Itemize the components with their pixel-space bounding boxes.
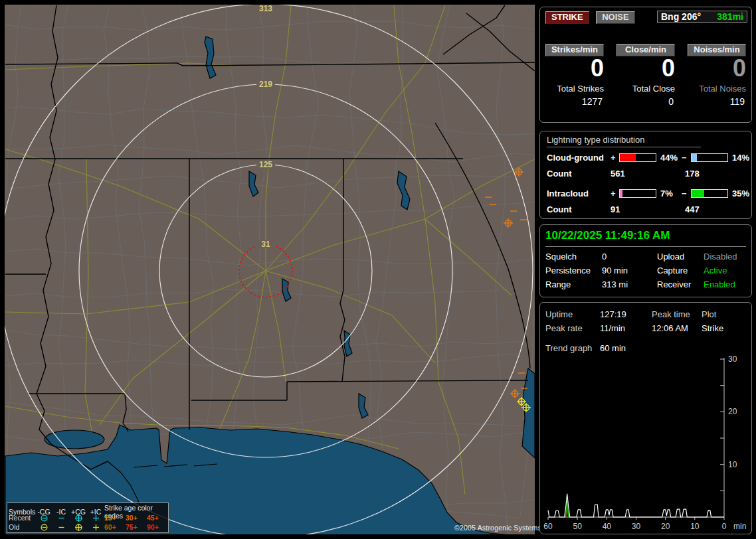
trend-graph-value: 60 min <box>600 343 746 353</box>
noises-per-min-column: Noises/min 0 Total Noises 119 <box>688 44 746 107</box>
legend-row-recent-label: Recent <box>9 514 35 522</box>
range-label: Range <box>545 279 602 289</box>
age-code-30: 30+ <box>126 514 147 522</box>
distribution-title: Lightning type distribution <box>547 135 701 147</box>
noises-per-min-value: 0 <box>688 55 746 82</box>
cg-positive-bar <box>619 153 656 162</box>
cg-negative-count: 178 <box>685 169 745 179</box>
range-ring-label-31: 31 <box>261 240 270 249</box>
range-ring-label-125: 125 <box>259 160 272 169</box>
legend-row-old-label: Old <box>9 523 35 531</box>
cg-negative-bar <box>691 153 728 162</box>
bearing-display: Bng 206° 381mi <box>657 11 747 23</box>
minus-icon <box>52 523 70 532</box>
peak-rate-label: Peak rate <box>545 323 600 333</box>
noise-toggle-button[interactable]: NOISE <box>596 11 634 24</box>
svg-text:20: 20 <box>728 407 737 416</box>
ic-negative-bar <box>691 189 728 198</box>
copyright-text: ©2005 Astrogenic Systems <box>454 524 541 532</box>
close-per-min-value: 0 <box>616 55 675 82</box>
total-close-label: Total Close <box>616 84 675 94</box>
age-code-75: 75+ <box>126 523 147 531</box>
bearing-range-value: 381mi <box>717 11 743 23</box>
cg-positive-count: 561 <box>611 169 685 179</box>
lightning-distribution-panel: Lightning type distribution Cloud-ground… <box>539 131 752 219</box>
circle-plus-icon <box>70 523 87 532</box>
map-legend: Symbols -CG -IC +CG +IC Strike age color… <box>7 502 169 533</box>
range-ring-label-219: 219 <box>259 80 272 89</box>
cg-positive-percent: 44% <box>658 153 682 163</box>
close-per-min-column: Close/min 0 Total Close 0 <box>616 44 675 107</box>
count-label: Count <box>547 169 611 179</box>
squelch-value: 0 <box>602 252 657 262</box>
peak-time-label: Peak time <box>652 309 702 319</box>
lightning-map[interactable]: 31125219313 <box>5 5 535 534</box>
datetime-display: 10/22/2025 11:49:16 AM <box>545 228 746 247</box>
svg-text:60: 60 <box>543 522 553 531</box>
minus-sign: − <box>682 189 691 198</box>
svg-text:40: 40 <box>603 522 612 531</box>
circle-plus-icon <box>70 514 87 522</box>
ic-positive-percent: 7% <box>658 189 682 198</box>
total-strikes-value: 1277 <box>545 96 604 107</box>
counters-panel: STRIKE NOISE Bng 206° 381mi Strikes/min … <box>539 7 752 123</box>
age-code-60: 60+ <box>104 523 126 531</box>
ic-negative-percent: 35% <box>729 189 749 198</box>
svg-text:0: 0 <box>722 522 727 531</box>
upload-label: Upload <box>657 252 704 262</box>
plus-sign: + <box>611 189 619 198</box>
capture-status: Active <box>704 266 746 275</box>
upload-status: Disabled <box>704 252 746 262</box>
capture-label: Capture <box>657 266 704 275</box>
count-label: Count <box>547 204 611 214</box>
total-noises-value: 119 <box>688 96 746 107</box>
age-code-90: 90+ <box>147 523 169 531</box>
plot-label: Plot <box>702 309 746 319</box>
ic-positive-bar <box>619 189 656 198</box>
total-noises-label: Total Noises <box>688 84 746 94</box>
cloud-ground-label: Cloud-ground <box>547 153 611 163</box>
stats-trend-panel: Uptime 127:19 Peak time Plot Peak rate 1… <box>539 302 752 534</box>
trend-graph-label: Trend graph <box>545 343 600 353</box>
receiver-status: Enabled <box>704 279 746 289</box>
uptime-value: 127:19 <box>600 309 652 319</box>
svg-text:30: 30 <box>632 522 641 531</box>
strike-toggle-button[interactable]: STRIKE <box>545 11 589 24</box>
app-window: 31125219313 Symbols -CG -IC +CG +IC Stri… <box>0 0 756 539</box>
svg-text:20: 20 <box>661 522 670 531</box>
svg-text:10: 10 <box>728 460 737 469</box>
minus-sign: − <box>682 153 691 163</box>
range-value: 313 mi <box>602 279 657 289</box>
circle-minus-icon <box>35 514 52 522</box>
strikes-per-min-column: Strikes/min 0 Total Strikes 1277 <box>545 44 604 107</box>
peak-time-value: 12:06 AM <box>652 323 702 333</box>
ic-negative-count: 447 <box>685 204 745 214</box>
svg-text:50: 50 <box>573 522 582 531</box>
receiver-label: Receiver <box>657 279 704 289</box>
plus-icon <box>87 514 104 522</box>
plus-sign: + <box>611 153 619 163</box>
plot-value: Strike <box>702 323 746 333</box>
circle-minus-icon <box>35 523 52 532</box>
minus-icon <box>52 514 70 522</box>
persistence-label: Persistence <box>545 266 602 275</box>
svg-text:10: 10 <box>690 522 700 531</box>
peak-rate-value: 11/min <box>600 323 652 333</box>
age-code-15: 15+ <box>104 514 126 522</box>
plus-icon <box>87 523 104 532</box>
bearing-value: Bng 206° <box>661 11 701 22</box>
cg-negative-percent: 14% <box>729 153 749 163</box>
strikes-per-min-value: 0 <box>545 55 604 82</box>
ic-positive-count: 91 <box>611 204 685 214</box>
range-ring-label-313: 313 <box>259 5 272 13</box>
total-close-value: 0 <box>616 96 675 107</box>
uptime-label: Uptime <box>545 309 600 319</box>
map-canvas: 31125219313 <box>5 5 535 534</box>
svg-text:30: 30 <box>728 354 737 364</box>
status-panel: 10/22/2025 11:49:16 AM Squelch 0 Upload … <box>539 224 752 297</box>
trend-graph-chart: 1020306050403020100min <box>540 352 751 533</box>
squelch-label: Squelch <box>545 252 602 262</box>
svg-text:min: min <box>733 522 746 531</box>
age-code-45: 45+ <box>147 514 169 522</box>
total-strikes-label: Total Strikes <box>545 84 604 94</box>
